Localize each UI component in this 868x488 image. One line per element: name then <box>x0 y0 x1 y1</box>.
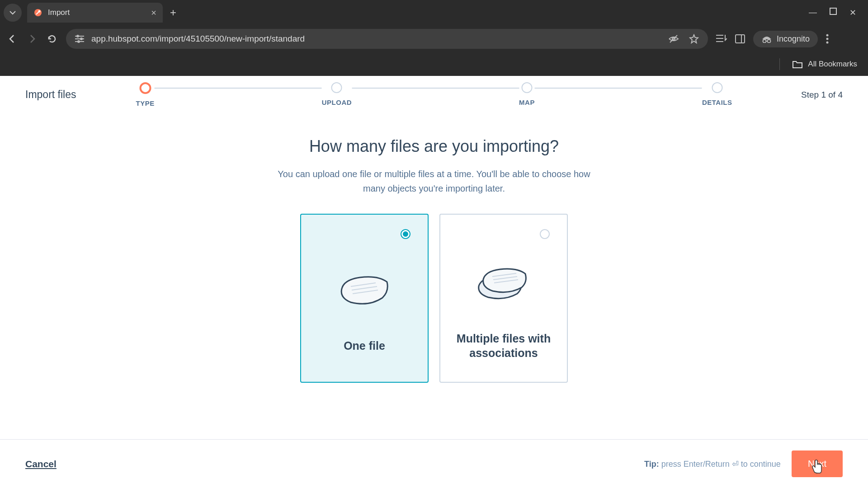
step-connector <box>155 88 322 89</box>
card-title: Multiple files with associations <box>449 331 558 361</box>
svg-line-10 <box>670 35 677 42</box>
svg-point-21 <box>826 42 829 44</box>
wizard-header: Import files TYPE UPLOAD MAP DETAILS <box>0 76 868 110</box>
multiple-files-icon <box>472 250 535 313</box>
reading-list-icon[interactable] <box>716 34 727 44</box>
address-row: app.hubspot.com/import/45105500/new-impo… <box>0 25 868 52</box>
step-dot-icon <box>521 82 532 93</box>
incognito-icon <box>761 35 772 43</box>
cancel-button[interactable]: Cancel <box>25 459 57 469</box>
step-indicator: Step 1 of 4 <box>801 90 843 100</box>
close-window-icon[interactable]: ✕ <box>849 8 856 18</box>
step-upload[interactable]: UPLOAD <box>322 82 352 106</box>
next-button[interactable]: Next <box>792 450 843 477</box>
step-dot-icon <box>139 82 151 94</box>
minimize-icon[interactable]: — <box>809 8 817 18</box>
step-label: DETAILS <box>702 99 732 106</box>
next-label: Next <box>808 459 826 469</box>
card-title: One file <box>344 338 385 353</box>
browser-menu-icon[interactable] <box>826 34 829 44</box>
svg-point-17 <box>768 40 771 43</box>
svg-rect-11 <box>716 35 723 36</box>
new-tab-button[interactable]: + <box>165 6 182 19</box>
side-panel-icon[interactable] <box>735 34 745 43</box>
divider <box>779 58 780 70</box>
radio-unselected-icon <box>540 229 550 239</box>
tab-bar: Import × + — ✕ <box>0 0 868 25</box>
browser-tab[interactable]: Import × <box>27 3 163 23</box>
step-dot-icon <box>331 82 342 93</box>
all-bookmarks-link[interactable]: All Bookmarks <box>808 60 857 69</box>
tab-close-icon[interactable]: × <box>151 8 156 18</box>
tab-title: Import <box>48 8 146 17</box>
svg-rect-12 <box>716 38 723 39</box>
tip-body: press Enter/Return ⏎ to continue <box>659 460 781 469</box>
svg-rect-13 <box>716 41 723 42</box>
maximize-icon[interactable] <box>830 8 837 18</box>
app-content: Import files TYPE UPLOAD MAP DETAILS <box>0 76 868 488</box>
forward-button[interactable] <box>26 33 38 45</box>
svg-point-19 <box>826 34 829 37</box>
wizard-footer: Cancel Tip: press Enter/Return ⏎ to cont… <box>0 439 868 488</box>
step-details[interactable]: DETAILS <box>702 82 732 106</box>
bookmarks-bar: All Bookmarks <box>0 52 868 76</box>
svg-point-16 <box>763 40 766 43</box>
svg-point-20 <box>826 38 829 40</box>
folder-icon <box>793 60 802 68</box>
address-bar[interactable]: app.hubspot.com/import/45105500/new-impo… <box>66 29 708 49</box>
step-label: TYPE <box>136 99 155 107</box>
stepper: TYPE UPLOAD MAP DETAILS <box>136 82 732 107</box>
window-controls: — ✕ <box>809 8 864 18</box>
svg-rect-2 <box>830 8 836 14</box>
option-cards: One file Multiple files with association… <box>300 214 568 383</box>
tab-search-dropdown[interactable] <box>4 4 22 22</box>
wizard-title: Import files <box>25 89 76 101</box>
back-button[interactable] <box>6 33 18 45</box>
svg-point-6 <box>76 35 79 38</box>
step-type[interactable]: TYPE <box>136 82 155 107</box>
site-settings-icon[interactable] <box>75 35 84 43</box>
card-one-file[interactable]: One file <box>300 214 429 383</box>
tip-label: Tip: <box>644 460 659 469</box>
question-subtext: You can upload one file or multiple file… <box>271 167 597 196</box>
eye-blocked-icon[interactable] <box>668 33 679 44</box>
question-heading: How many files are you importing? <box>309 137 559 156</box>
main-content: How many files are you importing? You ca… <box>0 110 868 439</box>
browser-chrome: Import × + — ✕ app.hubspot.com/import/45… <box>0 0 868 76</box>
step-dot-icon <box>712 82 722 93</box>
svg-rect-14 <box>736 35 745 43</box>
svg-point-8 <box>77 40 80 43</box>
radio-selected-icon <box>401 229 410 239</box>
url-text: app.hubspot.com/import/45105500/new-impo… <box>91 34 661 44</box>
step-label: MAP <box>519 99 535 106</box>
incognito-badge[interactable]: Incognito <box>753 31 818 47</box>
reload-button[interactable] <box>46 33 58 45</box>
incognito-label: Incognito <box>777 34 810 44</box>
step-connector <box>352 88 519 89</box>
step-label: UPLOAD <box>322 99 352 106</box>
card-multiple-files[interactable]: Multiple files with associations <box>439 214 568 383</box>
svg-point-7 <box>80 38 83 40</box>
step-map[interactable]: MAP <box>519 82 535 106</box>
tip-text: Tip: press Enter/Return ⏎ to continue <box>644 459 781 469</box>
hubspot-favicon-icon <box>33 8 42 17</box>
step-connector <box>535 88 702 89</box>
bookmark-star-icon[interactable] <box>689 34 699 44</box>
single-file-icon <box>333 257 396 320</box>
